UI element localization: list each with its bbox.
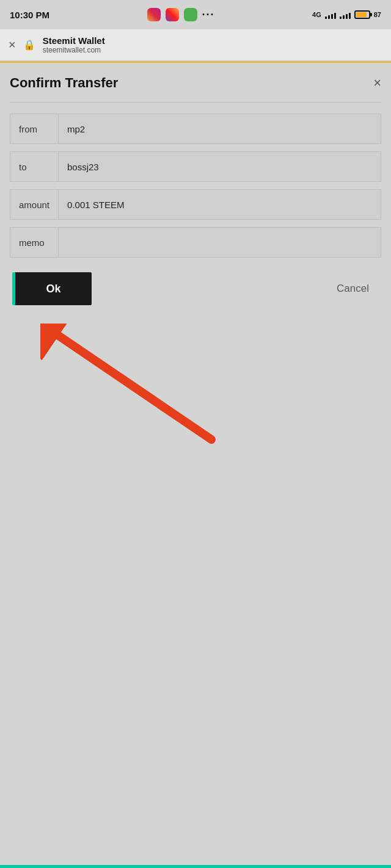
bar2 bbox=[328, 15, 330, 19]
bar1 bbox=[325, 16, 327, 19]
signal-4g-label: 4G bbox=[312, 11, 321, 18]
to-label: to bbox=[10, 151, 59, 182]
bar4 bbox=[334, 13, 336, 19]
more-apps-dots: ··· bbox=[202, 9, 215, 21]
svg-line-1 bbox=[59, 336, 211, 439]
bar2-3 bbox=[346, 14, 348, 19]
lock-icon: 🔒 bbox=[23, 39, 35, 51]
ok-button[interactable]: Ok bbox=[12, 272, 92, 305]
battery-fill bbox=[356, 12, 367, 17]
browser-url-area: Steemit Wallet steemitwallet.com bbox=[43, 35, 382, 54]
battery-percent: 87 bbox=[374, 11, 381, 18]
main-content: Confirm Transfer × from mp2 to bossj23 a… bbox=[0, 61, 391, 464]
amount-row: amount 0.001 STEEM bbox=[10, 189, 381, 220]
browser-bar: × 🔒 Steemit Wallet steemitwallet.com bbox=[0, 29, 391, 61]
green-app-icon bbox=[184, 8, 197, 21]
bar2-4 bbox=[349, 13, 351, 19]
dialog-header: Confirm Transfer × bbox=[10, 75, 381, 91]
header-divider bbox=[10, 102, 381, 103]
amount-label: amount bbox=[10, 189, 59, 220]
instagram2-icon bbox=[166, 8, 179, 21]
memo-value[interactable] bbox=[59, 227, 381, 258]
from-row: from mp2 bbox=[10, 114, 381, 144]
status-time: 10:30 PM bbox=[10, 10, 49, 20]
dialog-title: Confirm Transfer bbox=[10, 75, 118, 91]
from-value: mp2 bbox=[59, 114, 381, 144]
arrow-annotation bbox=[10, 311, 381, 446]
amount-value: 0.001 STEEM bbox=[59, 189, 381, 220]
signal-bars bbox=[325, 10, 336, 19]
signal-bars-2 bbox=[340, 10, 351, 19]
bottom-teal-bar bbox=[0, 865, 391, 868]
battery-icon bbox=[354, 10, 370, 19]
bar2-2 bbox=[343, 15, 345, 19]
to-row: to bossj23 bbox=[10, 151, 381, 182]
status-app-icons: ··· bbox=[147, 8, 215, 21]
to-value: bossj23 bbox=[59, 151, 381, 182]
memo-row: memo bbox=[10, 227, 381, 258]
from-label: from bbox=[10, 114, 59, 144]
dialog-close-button[interactable]: × bbox=[373, 76, 381, 90]
status-right-area: 4G 87 bbox=[312, 10, 381, 19]
status-bar: 10:30 PM ··· 4G 87 bbox=[0, 0, 391, 29]
buttons-row: Ok Cancel bbox=[10, 272, 381, 305]
red-arrow-svg bbox=[40, 324, 236, 446]
browser-close-button[interactable]: × bbox=[9, 38, 16, 52]
browser-url: steemitwallet.com bbox=[43, 46, 382, 54]
instagram-icon bbox=[147, 8, 161, 21]
bar3 bbox=[331, 14, 333, 19]
memo-label: memo bbox=[10, 227, 59, 258]
cancel-button[interactable]: Cancel bbox=[327, 278, 379, 300]
bar2-1 bbox=[340, 16, 342, 19]
confirm-transfer-dialog: Confirm Transfer × from mp2 to bossj23 a… bbox=[0, 61, 391, 464]
browser-title: Steemit Wallet bbox=[43, 35, 382, 46]
